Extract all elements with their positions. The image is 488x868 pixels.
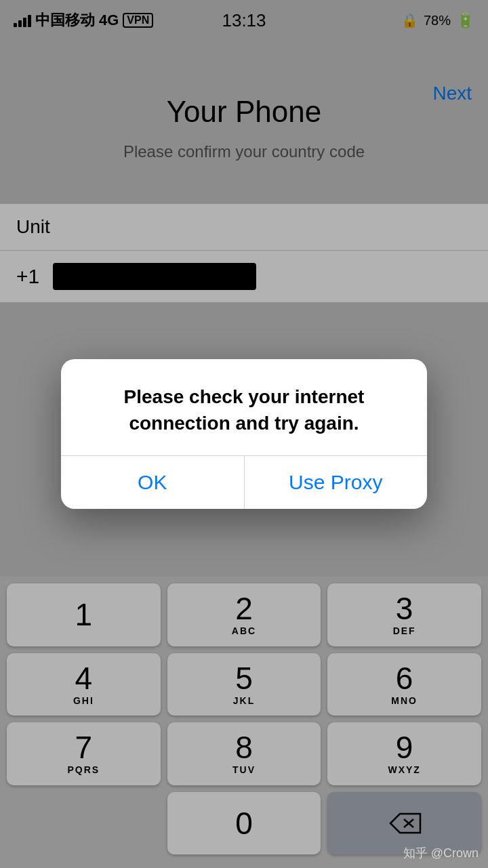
dialog-body: Please check your internet connection an… [61,359,427,455]
use-proxy-button[interactable]: Use Proxy [245,456,428,509]
overlay: Please check your internet connection an… [0,0,488,868]
dialog-actions: OK Use Proxy [61,455,427,509]
dialog-message: Please check your internet connection an… [85,384,403,436]
watermark: 知乎 @Crown [403,845,479,861]
alert-dialog: Please check your internet connection an… [61,359,427,509]
ok-button[interactable]: OK [61,456,245,509]
